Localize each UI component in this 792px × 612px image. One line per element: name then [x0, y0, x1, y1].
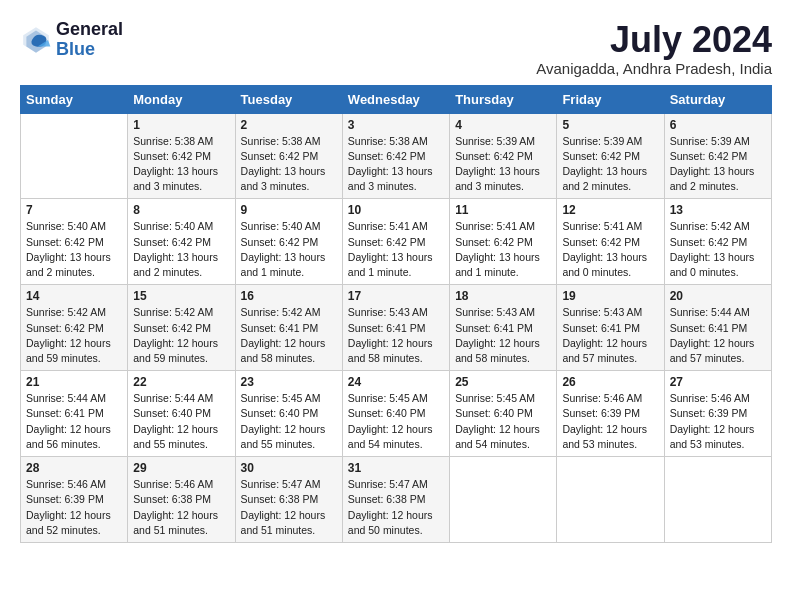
calendar-cell: 27Sunrise: 5:46 AMSunset: 6:39 PMDayligh…	[664, 371, 771, 457]
calendar-cell: 16Sunrise: 5:42 AMSunset: 6:41 PMDayligh…	[235, 285, 342, 371]
day-info: Sunrise: 5:44 AMSunset: 6:41 PMDaylight:…	[26, 391, 122, 452]
week-row-5: 28Sunrise: 5:46 AMSunset: 6:39 PMDayligh…	[21, 457, 772, 543]
day-number: 8	[133, 203, 229, 217]
day-info: Sunrise: 5:41 AMSunset: 6:42 PMDaylight:…	[562, 219, 658, 280]
day-number: 18	[455, 289, 551, 303]
day-info: Sunrise: 5:39 AMSunset: 6:42 PMDaylight:…	[670, 134, 766, 195]
day-info: Sunrise: 5:43 AMSunset: 6:41 PMDaylight:…	[348, 305, 444, 366]
day-info: Sunrise: 5:47 AMSunset: 6:38 PMDaylight:…	[348, 477, 444, 538]
day-info: Sunrise: 5:43 AMSunset: 6:41 PMDaylight:…	[455, 305, 551, 366]
calendar-cell: 9Sunrise: 5:40 AMSunset: 6:42 PMDaylight…	[235, 199, 342, 285]
day-info: Sunrise: 5:42 AMSunset: 6:42 PMDaylight:…	[670, 219, 766, 280]
day-info: Sunrise: 5:38 AMSunset: 6:42 PMDaylight:…	[348, 134, 444, 195]
day-info: Sunrise: 5:45 AMSunset: 6:40 PMDaylight:…	[241, 391, 337, 452]
day-info: Sunrise: 5:44 AMSunset: 6:40 PMDaylight:…	[133, 391, 229, 452]
column-header-tuesday: Tuesday	[235, 85, 342, 113]
day-number: 13	[670, 203, 766, 217]
calendar-cell: 2Sunrise: 5:38 AMSunset: 6:42 PMDaylight…	[235, 113, 342, 199]
logo: General Blue	[20, 20, 123, 60]
day-number: 20	[670, 289, 766, 303]
calendar-cell: 23Sunrise: 5:45 AMSunset: 6:40 PMDayligh…	[235, 371, 342, 457]
calendar-cell: 8Sunrise: 5:40 AMSunset: 6:42 PMDaylight…	[128, 199, 235, 285]
calendar-cell	[664, 457, 771, 543]
calendar-cell: 11Sunrise: 5:41 AMSunset: 6:42 PMDayligh…	[450, 199, 557, 285]
day-number: 15	[133, 289, 229, 303]
day-number: 11	[455, 203, 551, 217]
calendar-cell: 15Sunrise: 5:42 AMSunset: 6:42 PMDayligh…	[128, 285, 235, 371]
calendar-cell: 3Sunrise: 5:38 AMSunset: 6:42 PMDaylight…	[342, 113, 449, 199]
day-info: Sunrise: 5:40 AMSunset: 6:42 PMDaylight:…	[133, 219, 229, 280]
day-info: Sunrise: 5:42 AMSunset: 6:42 PMDaylight:…	[133, 305, 229, 366]
day-number: 5	[562, 118, 658, 132]
logo-text: General Blue	[56, 20, 123, 60]
day-info: Sunrise: 5:46 AMSunset: 6:39 PMDaylight:…	[562, 391, 658, 452]
week-row-2: 7Sunrise: 5:40 AMSunset: 6:42 PMDaylight…	[21, 199, 772, 285]
location-subtitle: Avanigadda, Andhra Pradesh, India	[536, 60, 772, 77]
day-number: 21	[26, 375, 122, 389]
day-number: 23	[241, 375, 337, 389]
day-info: Sunrise: 5:38 AMSunset: 6:42 PMDaylight:…	[133, 134, 229, 195]
calendar-cell: 10Sunrise: 5:41 AMSunset: 6:42 PMDayligh…	[342, 199, 449, 285]
day-number: 19	[562, 289, 658, 303]
day-number: 6	[670, 118, 766, 132]
calendar-cell: 19Sunrise: 5:43 AMSunset: 6:41 PMDayligh…	[557, 285, 664, 371]
week-row-1: 1Sunrise: 5:38 AMSunset: 6:42 PMDaylight…	[21, 113, 772, 199]
calendar-cell: 6Sunrise: 5:39 AMSunset: 6:42 PMDaylight…	[664, 113, 771, 199]
day-number: 9	[241, 203, 337, 217]
calendar-cell: 12Sunrise: 5:41 AMSunset: 6:42 PMDayligh…	[557, 199, 664, 285]
calendar-cell: 4Sunrise: 5:39 AMSunset: 6:42 PMDaylight…	[450, 113, 557, 199]
week-row-3: 14Sunrise: 5:42 AMSunset: 6:42 PMDayligh…	[21, 285, 772, 371]
column-header-wednesday: Wednesday	[342, 85, 449, 113]
month-title: July 2024	[536, 20, 772, 60]
day-number: 28	[26, 461, 122, 475]
day-info: Sunrise: 5:40 AMSunset: 6:42 PMDaylight:…	[26, 219, 122, 280]
day-number: 24	[348, 375, 444, 389]
calendar-cell: 22Sunrise: 5:44 AMSunset: 6:40 PMDayligh…	[128, 371, 235, 457]
day-number: 17	[348, 289, 444, 303]
day-number: 1	[133, 118, 229, 132]
column-header-thursday: Thursday	[450, 85, 557, 113]
day-info: Sunrise: 5:41 AMSunset: 6:42 PMDaylight:…	[455, 219, 551, 280]
title-block: July 2024 Avanigadda, Andhra Pradesh, In…	[536, 20, 772, 77]
day-info: Sunrise: 5:40 AMSunset: 6:42 PMDaylight:…	[241, 219, 337, 280]
calendar-header-row: SundayMondayTuesdayWednesdayThursdayFrid…	[21, 85, 772, 113]
day-number: 4	[455, 118, 551, 132]
day-info: Sunrise: 5:45 AMSunset: 6:40 PMDaylight:…	[455, 391, 551, 452]
day-info: Sunrise: 5:43 AMSunset: 6:41 PMDaylight:…	[562, 305, 658, 366]
day-info: Sunrise: 5:39 AMSunset: 6:42 PMDaylight:…	[562, 134, 658, 195]
calendar-cell: 21Sunrise: 5:44 AMSunset: 6:41 PMDayligh…	[21, 371, 128, 457]
calendar-cell: 30Sunrise: 5:47 AMSunset: 6:38 PMDayligh…	[235, 457, 342, 543]
day-number: 16	[241, 289, 337, 303]
calendar-cell: 1Sunrise: 5:38 AMSunset: 6:42 PMDaylight…	[128, 113, 235, 199]
calendar-cell: 13Sunrise: 5:42 AMSunset: 6:42 PMDayligh…	[664, 199, 771, 285]
day-info: Sunrise: 5:45 AMSunset: 6:40 PMDaylight:…	[348, 391, 444, 452]
day-number: 30	[241, 461, 337, 475]
day-number: 3	[348, 118, 444, 132]
day-info: Sunrise: 5:44 AMSunset: 6:41 PMDaylight:…	[670, 305, 766, 366]
day-info: Sunrise: 5:41 AMSunset: 6:42 PMDaylight:…	[348, 219, 444, 280]
day-number: 27	[670, 375, 766, 389]
day-info: Sunrise: 5:39 AMSunset: 6:42 PMDaylight:…	[455, 134, 551, 195]
calendar-cell: 20Sunrise: 5:44 AMSunset: 6:41 PMDayligh…	[664, 285, 771, 371]
day-info: Sunrise: 5:42 AMSunset: 6:42 PMDaylight:…	[26, 305, 122, 366]
column-header-saturday: Saturday	[664, 85, 771, 113]
calendar-body: 1Sunrise: 5:38 AMSunset: 6:42 PMDaylight…	[21, 113, 772, 542]
week-row-4: 21Sunrise: 5:44 AMSunset: 6:41 PMDayligh…	[21, 371, 772, 457]
calendar-cell: 18Sunrise: 5:43 AMSunset: 6:41 PMDayligh…	[450, 285, 557, 371]
calendar-cell	[21, 113, 128, 199]
column-header-sunday: Sunday	[21, 85, 128, 113]
day-number: 29	[133, 461, 229, 475]
day-number: 14	[26, 289, 122, 303]
day-number: 22	[133, 375, 229, 389]
day-number: 7	[26, 203, 122, 217]
day-info: Sunrise: 5:46 AMSunset: 6:39 PMDaylight:…	[670, 391, 766, 452]
column-header-friday: Friday	[557, 85, 664, 113]
column-header-monday: Monday	[128, 85, 235, 113]
calendar-cell: 14Sunrise: 5:42 AMSunset: 6:42 PMDayligh…	[21, 285, 128, 371]
day-info: Sunrise: 5:46 AMSunset: 6:39 PMDaylight:…	[26, 477, 122, 538]
calendar-cell: 28Sunrise: 5:46 AMSunset: 6:39 PMDayligh…	[21, 457, 128, 543]
calendar-cell: 25Sunrise: 5:45 AMSunset: 6:40 PMDayligh…	[450, 371, 557, 457]
day-number: 10	[348, 203, 444, 217]
page-header: General Blue July 2024 Avanigadda, Andhr…	[20, 20, 772, 77]
day-info: Sunrise: 5:47 AMSunset: 6:38 PMDaylight:…	[241, 477, 337, 538]
